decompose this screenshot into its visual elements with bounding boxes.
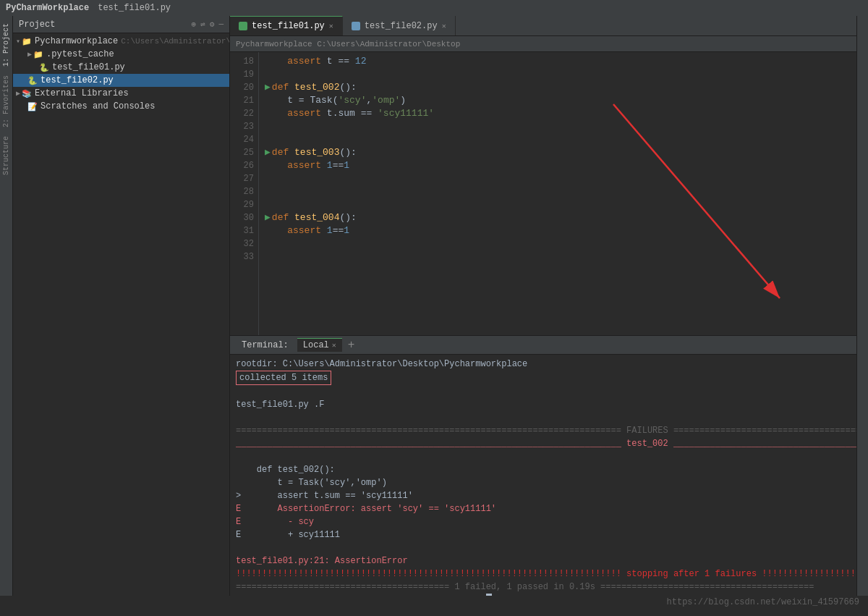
arrow-down-icon: ▾ (16, 37, 20, 46)
right-sidebar (856, 16, 868, 596)
gear-icon[interactable]: ⚙ (210, 20, 215, 29)
watermark: https://blog.csdn.net/weixin_41597669 (667, 597, 859, 607)
terminal-result-separator: ========================================… (236, 581, 851, 594)
terminal-plus-scy11111-line: E + scy11111 (236, 528, 851, 541)
tree-label-file02: test_file02.py (41, 75, 114, 85)
tab-label-file02: test_file02.py (365, 21, 438, 31)
settings-icon[interactable]: ⇌ (200, 20, 205, 29)
terminal-test-result-line: test_file01.py .F (236, 398, 851, 411)
terminal-tabbar: Terminal: Local ✕ + (230, 336, 856, 355)
line-num-32: 32 (230, 237, 258, 250)
code-content[interactable]: assert t == 12 ▶def test_002(): t = Task… (259, 52, 856, 335)
code-line-19 (265, 68, 851, 81)
collected-box: collected 5 items (236, 371, 331, 385)
terminal-prompt-line[interactable]: C:\Users\Administrator\Desktop\Pycharmwo… (236, 594, 851, 596)
code-line-29 (265, 198, 851, 211)
terminal-blank-3 (236, 450, 851, 463)
terminal-content[interactable]: rootdir: C:\Users\Administrator\Desktop\… (230, 355, 856, 596)
tree-item-test-file01[interactable]: 🐍 test_file01.py (13, 61, 229, 74)
project-header-icons: ⊕ ⇌ ⚙ — (192, 20, 224, 29)
main-layout: 1: Project 2: Favorites Structure Projec… (0, 16, 868, 596)
lib-icon: 📚 (22, 89, 32, 98)
tree-label-pytest-cache: .pytest_cache (46, 49, 114, 59)
py-file-icon-01: 🐍 (39, 63, 49, 72)
terminal-rootdir-line: rootdir: C:\Users\Administrator\Desktop\… (236, 358, 851, 371)
tab-file02[interactable]: test_file02.py ✕ (343, 16, 456, 35)
tab-close-file02[interactable]: ✕ (442, 22, 446, 30)
terminal-arrow-assert-line: > assert t.sum == 'scy11111' (236, 489, 851, 502)
code-line-31: assert 1==1 (265, 224, 851, 237)
terminal-blank-2 (236, 411, 851, 424)
line-num-27: 27 (230, 172, 258, 185)
code-line-24 (265, 133, 851, 146)
line-num-29: 29 (230, 198, 258, 211)
terminal-def-line: def test_002(): (236, 463, 851, 476)
tree-item-scratches[interactable]: 📝 Scratches and Consoles (13, 100, 229, 113)
line-num-28: 28 (230, 185, 258, 198)
terminal-tab-local[interactable]: Local ✕ (297, 338, 342, 352)
code-line-25: ▶def test_003(): (265, 146, 851, 159)
editor-tabbar: test_file01.py ✕ test_file02.py ✕ (230, 16, 856, 36)
tree-item-pytest-cache[interactable]: ▶ 📁 .pytest_cache (13, 48, 229, 61)
code-line-21: t = Task('scy','omp') (265, 94, 851, 107)
sidebar-tab-favorites[interactable]: 2: Favorites (1, 71, 12, 132)
tab-icon-file02 (352, 22, 360, 30)
line-num-19: 19 (230, 68, 258, 81)
tree-path: C:\Users\Administrator\Desktop (121, 37, 229, 46)
code-line-22: assert t.sum == 'scy11111' (265, 107, 851, 120)
tree-item-root[interactable]: ▾ 📁 Pycharmworkplace C:\Users\Administra… (13, 35, 229, 48)
editor-breadcrumb: Pycharmworkplace C:\Users\Administrator\… (230, 36, 856, 52)
code-line-32 (265, 237, 851, 250)
line-num-33: 33 (230, 250, 258, 263)
code-line-28 (265, 185, 851, 198)
line-num-31: 31 (230, 224, 258, 237)
tab-icon-file01 (239, 22, 247, 30)
tab-close-file01[interactable]: ✕ (329, 22, 333, 30)
terminal-stopping-line: !!!!!!!!!!!!!!!!!!!!!!!!!!!!!!!!!!!!!!!!… (236, 568, 851, 581)
tab-file01[interactable]: test_file01.py ✕ (230, 16, 343, 35)
line-num-23: 23 (230, 120, 258, 133)
sidebar-tab-project[interactable]: 1: Project (1, 19, 12, 71)
file-name-topbar: test_file01.py (98, 3, 171, 13)
code-line-27 (265, 172, 851, 185)
arrow-right-icon: ▶ (27, 50, 32, 59)
terminal-tab-label: Terminal: (236, 339, 294, 352)
terminal-collected-line: collected 5 items (236, 371, 851, 385)
scratches-icon: 📝 (27, 102, 38, 111)
project-tree: ▾ 📁 Pycharmworkplace C:\Users\Administra… (13, 33, 229, 596)
minimize-icon[interactable]: — (218, 20, 224, 29)
tab-label-file01: test_file01.py (252, 21, 325, 31)
code-line-18: assert t == 12 (265, 55, 851, 68)
terminal-blank-4 (236, 541, 851, 554)
line-num-30: 30 (230, 211, 258, 224)
tree-label-ext-libs: External Libraries (35, 88, 129, 98)
terminal-area: Terminal: Local ✕ + rootdir: C:\Users\Ad… (230, 335, 856, 596)
terminal-blank-1 (236, 385, 851, 398)
terminal-task-line: t = Task('scy','omp') (236, 476, 851, 489)
tree-label-scratches: Scratches and Consoles (41, 101, 155, 111)
line-num-26: 26 (230, 159, 258, 172)
terminal-label: Terminal: (242, 340, 289, 350)
arrow-right-icon-libs: ▶ (16, 89, 20, 98)
line-num-18: 18 (230, 55, 258, 68)
tree-item-test-file02[interactable]: 🐍 test_file02.py (13, 74, 229, 87)
code-line-30: ▶def test_004(): (265, 211, 851, 224)
app-name: PyCharmWorkplace (6, 3, 89, 13)
terminal-minus-scy-line: E - scy (236, 515, 851, 528)
tree-label-file01: test_file01.py (52, 62, 125, 72)
code-line-26: assert 1==1 (265, 159, 851, 172)
topbar: PyCharmWorkplace test_file01.py (0, 0, 868, 16)
sidebar-tab-structure[interactable]: Structure (1, 132, 12, 180)
line-num-22: 22 (230, 107, 258, 120)
code-line-33 (265, 250, 851, 263)
terminal-tab-close[interactable]: ✕ (332, 341, 336, 350)
project-title: Project (19, 20, 55, 30)
line-num-21: 21 (230, 94, 258, 107)
terminal-add-tab[interactable]: + (345, 339, 358, 352)
terminal-local-label: Local (303, 340, 329, 350)
tree-item-ext-libs[interactable]: ▶ 📚 External Libraries (13, 87, 229, 100)
folder-icon-pytest: 📁 (33, 50, 43, 59)
editor-area[interactable]: 18 19 20 21 22 23 24 25 26 27 28 29 30 3… (230, 52, 856, 335)
sync-icon[interactable]: ⊕ (192, 20, 197, 29)
breadcrumb-text: Pycharmworkplace C:\Users\Administrator\… (236, 40, 460, 48)
